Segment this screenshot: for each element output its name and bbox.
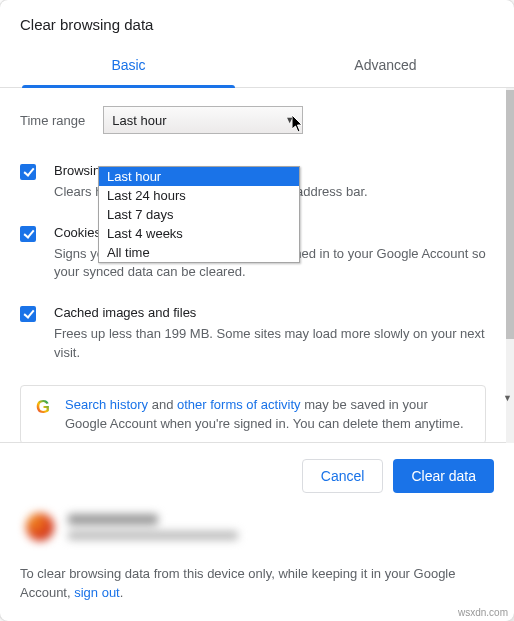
cookies-checkbox[interactable] <box>20 226 36 242</box>
profile-name-placeholder <box>68 514 158 525</box>
tab-basic[interactable]: Basic <box>0 45 257 87</box>
chevron-down-icon: ▼ <box>285 115 294 125</box>
dropdown-option-all-time[interactable]: All time <box>99 243 299 262</box>
other-activity-link[interactable]: other forms of activity <box>177 397 301 412</box>
clear-data-button[interactable]: Clear data <box>393 459 494 493</box>
cancel-button[interactable]: Cancel <box>302 459 384 493</box>
cursor-icon <box>292 115 306 136</box>
cached-checkbox[interactable] <box>20 306 36 322</box>
dialog-title: Clear browsing data <box>0 0 514 45</box>
time-range-label: Time range <box>20 113 85 128</box>
dropdown-option-last-4-weeks[interactable]: Last 4 weeks <box>99 224 299 243</box>
scrollbar-thumb[interactable] <box>506 90 514 339</box>
google-logo-icon: G <box>33 398 53 418</box>
tabs: Basic Advanced <box>0 45 514 88</box>
dropdown-option-last-7-days[interactable]: Last 7 days <box>99 205 299 224</box>
cached-title: Cached images and files <box>54 304 486 323</box>
scrollbar[interactable] <box>506 88 514 443</box>
dropdown-option-last-24-hours[interactable]: Last 24 hours <box>99 186 299 205</box>
tab-advanced[interactable]: Advanced <box>257 45 514 87</box>
google-info-box: G Search history and other forms of acti… <box>20 385 486 444</box>
watermark: wsxdn.com <box>458 607 508 618</box>
profile-text <box>68 514 238 540</box>
cached-row: Cached images and files Frees up less th… <box>20 304 486 363</box>
footer-text: To clear browsing data from this device … <box>20 565 494 603</box>
search-history-link[interactable]: Search history <box>65 397 148 412</box>
content-wrap: Time range Last hour ▼ Browsing history … <box>0 88 514 443</box>
cached-text: Cached images and files Frees up less th… <box>54 304 486 363</box>
avatar <box>26 513 54 541</box>
scroll-down-icon[interactable]: ▼ <box>503 393 512 403</box>
google-info-text: Search history and other forms of activi… <box>65 396 473 434</box>
profile-row <box>26 513 494 541</box>
cached-desc: Frees up less than 199 MB. Some sites ma… <box>54 325 486 363</box>
sign-out-link[interactable]: sign out <box>74 585 120 600</box>
content-area: Time range Last hour ▼ Browsing history … <box>0 88 506 443</box>
profile-email-placeholder <box>68 531 238 540</box>
dropdown-option-last-hour[interactable]: Last hour <box>99 167 299 186</box>
time-range-select[interactable]: Last hour ▼ <box>103 106 303 134</box>
footer-post: . <box>120 585 124 600</box>
browsing-history-checkbox[interactable] <box>20 164 36 180</box>
dialog-actions: Cancel Clear data <box>0 443 514 509</box>
lower-section: To clear browsing data from this device … <box>0 509 514 621</box>
time-range-value: Last hour <box>112 113 166 128</box>
clear-browsing-data-dialog: Clear browsing data Basic Advanced Time … <box>0 0 514 621</box>
time-range-row: Time range Last hour ▼ <box>20 106 486 134</box>
time-range-dropdown: Last hour Last 24 hours Last 7 days Last… <box>98 166 300 263</box>
info-mid: and <box>148 397 177 412</box>
